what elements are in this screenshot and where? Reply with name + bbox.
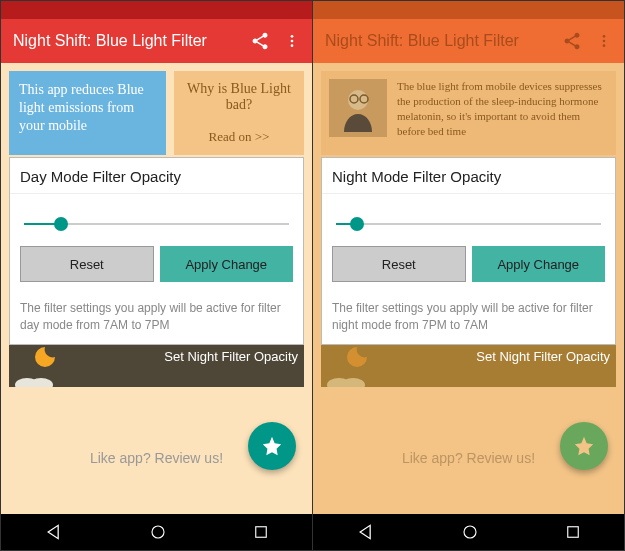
card-footer-text: The filter settings you apply will be ac… [322, 292, 615, 344]
card-header: Day Mode Filter Opacity [10, 158, 303, 194]
svg-point-1 [291, 40, 294, 43]
cloud-icon [13, 371, 55, 387]
nav-home-icon[interactable] [149, 523, 167, 541]
card-footer-text: The filter settings you apply will be ac… [10, 292, 303, 344]
nav-home-icon[interactable] [461, 523, 479, 541]
svg-point-8 [603, 40, 606, 43]
status-bar [1, 1, 312, 19]
info-card-person: The blue light from mobile devices suppr… [321, 71, 616, 155]
nav-back-icon[interactable] [356, 522, 376, 542]
svg-point-0 [291, 35, 294, 38]
nav-back-icon[interactable] [44, 522, 64, 542]
svg-point-15 [464, 526, 476, 538]
info-question: Why is Blue Light bad? [182, 81, 296, 113]
night-bar-label: Set Night Filter Opacity [164, 349, 298, 364]
overflow-menu-icon[interactable] [284, 31, 300, 51]
info-card-blue: This app reduces Blue light emissions fr… [9, 71, 166, 155]
svg-point-2 [291, 44, 294, 47]
svg-point-5 [152, 526, 164, 538]
opacity-slider[interactable] [336, 214, 601, 234]
apply-change-button[interactable]: Apply Change [472, 246, 606, 282]
cloud-icon [325, 371, 367, 387]
nav-recent-icon[interactable] [252, 523, 270, 541]
reset-button[interactable]: Reset [332, 246, 466, 282]
reset-button[interactable]: Reset [20, 246, 154, 282]
share-icon[interactable] [250, 31, 270, 51]
nav-bar [313, 514, 624, 550]
fab-star-button[interactable] [560, 422, 608, 470]
apply-change-button[interactable]: Apply Change [160, 246, 294, 282]
fab-star-button[interactable] [248, 422, 296, 470]
share-icon[interactable] [562, 31, 582, 51]
svg-point-9 [603, 44, 606, 47]
moon-icon [345, 345, 369, 369]
svg-point-7 [603, 35, 606, 38]
app-title: Night Shift: Blue Light Filter [325, 32, 548, 50]
slider-thumb[interactable] [54, 217, 68, 231]
app-title: Night Shift: Blue Light Filter [13, 32, 236, 50]
opacity-card: Day Mode Filter Opacity Reset Apply Chan… [9, 157, 304, 345]
read-on-link[interactable]: Read on >> [182, 129, 296, 145]
app-bar: Night Shift: Blue Light Filter [1, 19, 312, 63]
status-bar [313, 1, 624, 19]
svg-rect-16 [567, 527, 578, 538]
app-bar: Night Shift: Blue Light Filter [313, 19, 624, 63]
night-bar-label: Set Night Filter Opacity [476, 349, 610, 364]
star-icon [261, 435, 283, 457]
card-header: Night Mode Filter Opacity [322, 158, 615, 194]
opacity-card: Night Mode Filter Opacity Reset Apply Ch… [321, 157, 616, 345]
set-night-filter-bar[interactable]: Set Night Filter Opacity [9, 345, 304, 387]
svg-rect-6 [255, 527, 266, 538]
info-text: The blue light from mobile devices suppr… [397, 79, 608, 147]
moon-icon [33, 345, 57, 369]
star-icon [573, 435, 595, 457]
info-card-orange[interactable]: Why is Blue Light bad? Read on >> [174, 71, 304, 155]
set-night-filter-bar[interactable]: Set Night Filter Opacity [321, 345, 616, 387]
avatar [329, 79, 387, 137]
slider-thumb[interactable] [350, 217, 364, 231]
overflow-menu-icon[interactable] [596, 31, 612, 51]
nav-recent-icon[interactable] [564, 523, 582, 541]
nav-bar [1, 514, 312, 550]
opacity-slider[interactable] [24, 214, 289, 234]
